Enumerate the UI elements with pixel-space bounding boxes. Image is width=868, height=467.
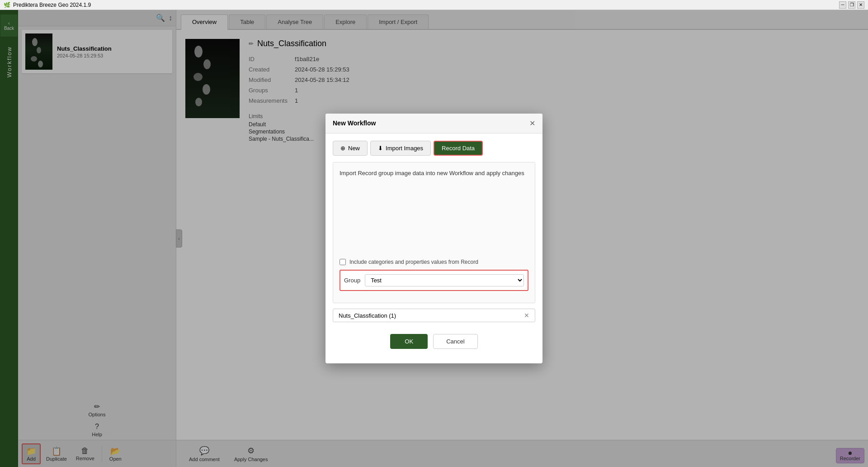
import-images-label: Import Images [386, 145, 423, 152]
new-workflow-modal: New Workflow ✕ ⊕ New ⬇ Import Images Rec… [326, 114, 542, 364]
restore-button[interactable]: ❐ [848, 1, 855, 9]
modal-tab-import-images[interactable]: ⬇ Import Images [370, 141, 431, 156]
new-tab-icon: ⊕ [340, 145, 345, 152]
modal-title: New Workflow [333, 119, 376, 127]
modal-tab-record-data[interactable]: Record Data [434, 141, 483, 156]
record-tag-close-button[interactable]: ✕ [524, 312, 529, 319]
minimize-button[interactable]: ─ [839, 1, 846, 9]
modal-header: New Workflow ✕ [326, 114, 542, 133]
title-bar-controls: ─ ❐ ✕ [839, 1, 864, 9]
title-bar-left: 🌿 Prediktera Breeze Geo 2024.1.9 [4, 2, 91, 8]
record-data-label: Record Data [442, 145, 475, 152]
record-tag-text: Nuts_Classfication (1) [339, 312, 524, 319]
cancel-button[interactable]: Cancel [433, 334, 477, 349]
group-row: Group Test Default Group 1 [340, 270, 528, 291]
group-select[interactable]: Test Default Group 1 [365, 274, 524, 286]
app-title: Prediktera Breeze Geo 2024.1.9 [13, 2, 91, 8]
modal-description: Import Record group image data into new … [340, 169, 528, 178]
include-categories-checkbox[interactable] [340, 259, 346, 265]
modal-footer: OK Cancel [333, 329, 535, 356]
modal-tab-new[interactable]: ⊕ New [333, 141, 368, 156]
new-tab-label: New [348, 145, 360, 152]
app-icon: 🌿 [4, 2, 10, 8]
close-button[interactable]: ✕ [857, 1, 864, 9]
import-images-icon: ⬇ [378, 145, 383, 152]
checkbox-row: Include categories and properties values… [340, 259, 528, 265]
modal-overlay: New Workflow ✕ ⊕ New ⬇ Import Images Rec… [0, 10, 868, 467]
ok-button[interactable]: OK [390, 334, 428, 349]
modal-content-panel: Import Record group image data into new … [333, 162, 535, 304]
title-bar: 🌿 Prediktera Breeze Geo 2024.1.9 ─ ❐ ✕ [0, 0, 868, 10]
record-tag: Nuts_Classfication (1) ✕ [333, 309, 535, 322]
group-label: Group [344, 277, 360, 284]
include-categories-label: Include categories and properties values… [349, 259, 478, 265]
modal-tabs: ⊕ New ⬇ Import Images Record Data [333, 141, 535, 156]
modal-body: ⊕ New ⬇ Import Images Record Data Import… [326, 133, 542, 364]
modal-close-button[interactable]: ✕ [529, 119, 535, 128]
